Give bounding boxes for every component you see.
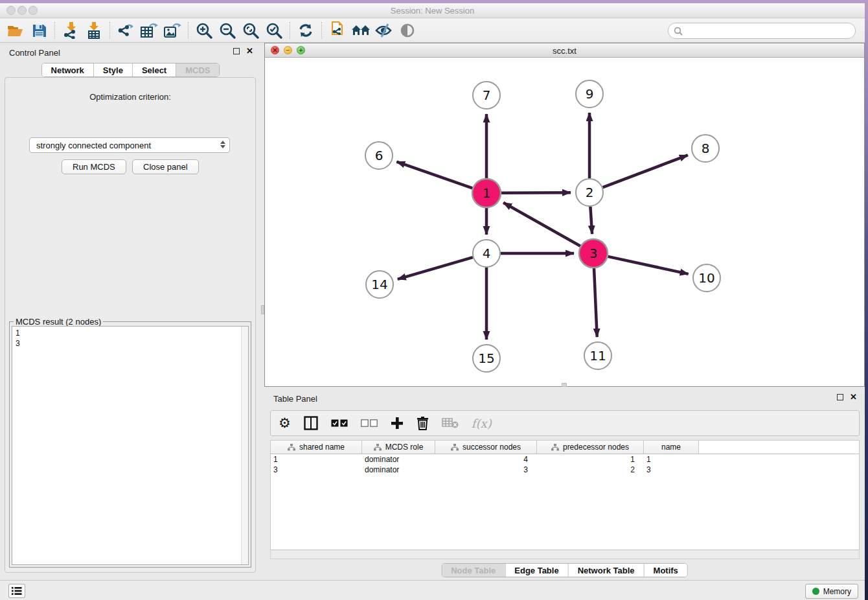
svg-text:9: 9: [586, 86, 594, 102]
mcds-result-legend: MCDS result (2 nodes): [14, 317, 103, 327]
run-mcds-button[interactable]: Run MCDS: [62, 159, 126, 174]
graph-node-10[interactable]: 10: [693, 264, 720, 292]
select-stepper-icon: [220, 141, 225, 148]
cell-successor-nodes[interactable]: 3: [435, 465, 537, 475]
delete-column-trash-icon[interactable]: [417, 413, 429, 433]
graph-edge-4-14[interactable]: [398, 257, 473, 279]
graph-edge-2-8[interactable]: [603, 155, 688, 187]
import-table-icon[interactable]: [82, 21, 106, 40]
graph-edge-3-10[interactable]: [608, 257, 688, 274]
close-panel-icon[interactable]: ✕: [246, 48, 253, 54]
network-canvas[interactable]: 7968124314101511: [265, 58, 864, 386]
cell-MCDS-role[interactable]: dominator: [362, 454, 435, 465]
zoom-in-icon[interactable]: [192, 21, 216, 40]
tab-mcds[interactable]: MCDS: [176, 63, 219, 76]
graph-node-11[interactable]: 11: [584, 342, 611, 369]
table-settings-gear-icon[interactable]: ⚙: [279, 413, 291, 433]
float-panel-icon[interactable]: [233, 48, 240, 54]
close-panel-button[interactable]: Close panel: [132, 159, 199, 174]
result-scrollbar[interactable]: [241, 327, 248, 564]
memory-status-icon: [812, 588, 819, 595]
graph-node-4[interactable]: 4: [473, 240, 500, 267]
control-panel-tabs: NetworkStyleSelectMCDS: [41, 63, 220, 77]
graph-node-6[interactable]: 6: [365, 142, 393, 169]
home-icon[interactable]: [349, 21, 372, 40]
tab-select[interactable]: Select: [132, 63, 176, 76]
copy-network-icon[interactable]: [326, 21, 349, 40]
graph-node-8[interactable]: 8: [692, 135, 719, 162]
column-header-name[interactable]: name: [644, 441, 699, 454]
cell-successor-nodes[interactable]: 4: [435, 454, 537, 465]
graph-node-3[interactable]: 3: [579, 239, 608, 268]
result-line: 3: [16, 338, 245, 349]
graph-node-9[interactable]: 9: [576, 80, 603, 108]
export-image-icon[interactable]: [161, 21, 184, 40]
cell-predecessor-nodes[interactable]: 1: [537, 454, 644, 465]
cell-MCDS-role[interactable]: dominator: [362, 465, 435, 475]
status-bar: Memory: [0, 580, 865, 600]
add-column-icon[interactable]: [391, 413, 404, 433]
cell-name[interactable]: 1: [644, 454, 699, 465]
cell-name[interactable]: 3: [644, 465, 699, 475]
zoom-selected-icon[interactable]: [262, 21, 286, 40]
zoom-out-icon[interactable]: [216, 21, 239, 40]
table-tab-network-table[interactable]: Network Table: [568, 564, 644, 577]
cell-shared-name[interactable]: 3: [271, 465, 362, 475]
select-all-checkboxes-icon[interactable]: [331, 413, 348, 433]
node-table[interactable]: shared nameMCDS rolesuccessor nodesprede…: [270, 440, 860, 550]
task-history-button[interactable]: [8, 584, 25, 598]
optimization-criterion-select[interactable]: strongly connected component: [29, 137, 230, 153]
open-folder-icon[interactable]: [4, 21, 27, 40]
save-session-icon[interactable]: [27, 21, 51, 40]
graph-node-7[interactable]: 7: [473, 82, 500, 109]
table-row[interactable]: 3dominator323: [271, 465, 859, 475]
mcds-result-text[interactable]: 13: [12, 326, 249, 565]
close-table-panel-icon[interactable]: ✕: [850, 394, 857, 400]
graph-edge-3-11[interactable]: [594, 268, 597, 337]
table-row[interactable]: 1dominator411: [271, 454, 859, 465]
svg-text:3: 3: [589, 246, 598, 261]
memory-button[interactable]: Memory: [805, 584, 858, 599]
network-resize-handle[interactable]: [562, 383, 567, 387]
search-field[interactable]: [668, 23, 856, 39]
table-tab-motifs[interactable]: Motifs: [644, 564, 687, 577]
refresh-icon[interactable]: [294, 21, 317, 40]
mcds-result-group: MCDS result (2 nodes) 13: [9, 321, 251, 568]
toolbar-separator: [188, 22, 188, 39]
graph-node-14[interactable]: 14: [366, 271, 393, 298]
table-toolbar: ⚙ f(x): [270, 410, 860, 436]
graph-edge-2-3[interactable]: [590, 207, 592, 234]
import-network-icon[interactable]: [59, 21, 82, 40]
attribute-tree-icon: [288, 444, 295, 451]
graph-node-15[interactable]: 15: [473, 345, 500, 372]
search-input[interactable]: [683, 26, 845, 36]
export-network-icon[interactable]: [114, 21, 137, 40]
cell-shared-name[interactable]: 1: [271, 454, 362, 465]
hide-panel-eye-icon[interactable]: [396, 21, 419, 40]
toolbar-separator: [109, 22, 110, 39]
svg-text:8: 8: [702, 141, 710, 156]
column-header-successor-nodes[interactable]: successor nodes: [435, 441, 537, 454]
split-columns-icon[interactable]: [304, 413, 318, 433]
column-header-predecessor-nodes[interactable]: predecessor nodes: [537, 441, 644, 454]
graph-node-1[interactable]: 1: [472, 179, 501, 207]
graph-edge-1-2[interactable]: [501, 192, 571, 193]
graph-edge-1-6[interactable]: [396, 162, 472, 189]
zoom-fit-icon[interactable]: [239, 21, 262, 40]
cell-predecessor-nodes[interactable]: 2: [537, 465, 644, 475]
column-header-shared-name[interactable]: shared name: [271, 441, 362, 454]
tab-style[interactable]: Style: [93, 63, 132, 76]
table-tab-node-table[interactable]: Node Table: [442, 564, 505, 577]
graph-node-2[interactable]: 2: [576, 179, 603, 206]
graph-edge-3-1[interactable]: [503, 203, 580, 246]
toolbar-separator: [321, 22, 322, 39]
table-hscrollbar[interactable]: [270, 551, 860, 559]
tab-network[interactable]: Network: [42, 63, 93, 76]
float-table-panel-icon[interactable]: [837, 394, 843, 400]
export-table-icon[interactable]: [137, 21, 161, 40]
visual-style-icon[interactable]: [372, 21, 396, 40]
table-tab-edge-table[interactable]: Edge Table: [505, 564, 567, 577]
column-header-MCDS-role[interactable]: MCDS role: [362, 441, 435, 454]
deselect-checkboxes-icon[interactable]: [361, 413, 378, 433]
network-graph[interactable]: 7968124314101511: [265, 58, 864, 386]
